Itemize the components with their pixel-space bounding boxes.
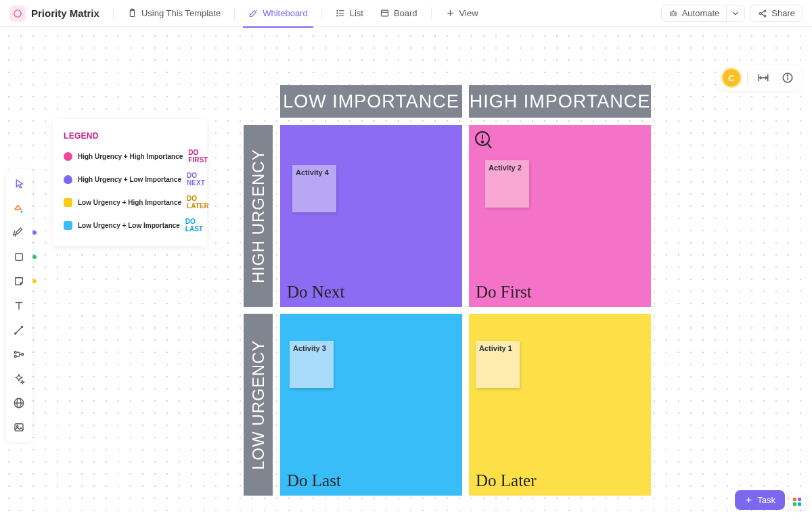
svg-point-0 <box>14 9 22 17</box>
tab-whiteboard[interactable]: Whiteboard <box>243 0 313 27</box>
divider <box>113 7 114 20</box>
svg-rect-32 <box>15 424 23 431</box>
top-bar: Priority Matrix Using This Template Whit… <box>0 0 812 27</box>
legend-label: Low Urgency + High Importance <box>78 199 181 206</box>
apps-button[interactable] <box>789 494 805 510</box>
legend-tag: DO LAST <box>185 218 203 233</box>
whiteboard-canvas[interactable]: C LEGEND High Urgency + High Importance … <box>0 27 812 522</box>
tab-using-template[interactable]: Using This Template <box>122 0 226 27</box>
svg-line-21 <box>761 14 765 15</box>
add-view-label: View <box>459 8 478 18</box>
row-header-high-urgency[interactable]: HIGH URGENCY <box>244 125 273 307</box>
quadrant-label: Do Next <box>287 283 344 302</box>
clipboard-icon <box>127 8 137 18</box>
fit-width-icon <box>757 72 769 84</box>
tab-label: Board <box>394 8 418 18</box>
page-title: Priority Matrix <box>31 7 99 19</box>
quadrant-do-first[interactable]: Activity 2 Do First <box>469 125 651 307</box>
pen-tool[interactable] <box>8 222 30 243</box>
list-icon <box>336 8 346 18</box>
legend-title: LEGEND <box>64 131 196 141</box>
image-icon <box>13 421 25 433</box>
topbar-right: Automate Share <box>661 5 803 22</box>
svg-point-14 <box>671 14 672 14</box>
sparkle-shape-icon <box>13 202 25 214</box>
fit-width-button[interactable] <box>754 69 772 87</box>
image-tool[interactable] <box>8 417 30 438</box>
sticky-note-icon <box>13 275 25 287</box>
row-header-low-urgency[interactable]: LOW URGENCY <box>244 314 273 496</box>
left-toolbar <box>5 169 32 442</box>
apps-grid-icon <box>793 498 801 506</box>
automate-dropdown[interactable] <box>727 5 745 22</box>
select-tool[interactable] <box>8 173 30 195</box>
quadrant-label: Do First <box>476 283 532 302</box>
svg-point-26 <box>14 352 16 354</box>
generate-tool[interactable] <box>8 197 30 219</box>
svg-rect-22 <box>16 254 23 261</box>
svg-point-15 <box>674 14 675 14</box>
text-tool[interactable] <box>8 295 30 316</box>
sticky-note[interactable]: Activity 2 <box>485 160 529 208</box>
web-tool[interactable] <box>8 392 30 414</box>
svg-point-39 <box>787 75 788 76</box>
svg-point-27 <box>14 356 16 358</box>
share-label: Share <box>771 8 795 18</box>
divider <box>234 7 235 20</box>
ai-tool[interactable] <box>8 368 30 389</box>
tab-list[interactable]: List <box>330 0 369 27</box>
alert-icon <box>474 130 492 152</box>
svg-rect-13 <box>671 11 676 16</box>
relations-tool[interactable] <box>8 343 30 365</box>
info-button[interactable] <box>779 69 796 87</box>
svg-point-7 <box>337 13 338 14</box>
quadrant-do-later[interactable]: Activity 1 Do Later <box>469 314 651 496</box>
tab-label: List <box>350 8 363 18</box>
board-icon <box>380 8 390 18</box>
app-logo <box>9 5 26 22</box>
divider <box>431 7 432 20</box>
sticky-note[interactable]: Activity 3 <box>290 341 334 388</box>
sticky-note[interactable]: Activity 1 <box>476 341 520 388</box>
connector-tool[interactable] <box>8 319 30 341</box>
divider <box>747 71 748 85</box>
sticky-text: Activity 4 <box>296 168 329 176</box>
add-task-button[interactable]: Task <box>735 490 785 510</box>
connector-icon <box>13 324 25 336</box>
legend-row: Low Urgency + High Importance DO LATER <box>64 195 196 210</box>
svg-point-42 <box>482 141 483 143</box>
col-header-low-importance[interactable]: LOW IMPORTANCE <box>280 85 462 118</box>
svg-line-20 <box>761 11 765 13</box>
quadrant-do-next[interactable]: Activity 4 Do Next <box>280 125 462 307</box>
tab-label: Using This Template <box>141 8 221 18</box>
legend-swatch <box>64 152 72 161</box>
legend-swatch <box>64 175 72 184</box>
tab-board[interactable]: Board <box>374 0 423 27</box>
tab-label: Whiteboard <box>263 8 307 18</box>
add-view-button[interactable]: View <box>440 0 484 27</box>
quadrant-do-last[interactable]: Activity 3 Do Last <box>280 314 462 496</box>
sticky-note[interactable]: Activity 4 <box>292 165 336 212</box>
svg-point-28 <box>22 354 24 356</box>
quadrant-label: Do Last <box>287 471 341 490</box>
task-button-label: Task <box>757 495 775 505</box>
share-button[interactable]: Share <box>750 5 803 22</box>
legend-card[interactable]: LEGEND High Urgency + High Importance DO… <box>53 119 207 246</box>
globe-icon <box>13 397 25 409</box>
col-header-high-importance[interactable]: HIGH IMPORTANCE <box>469 85 651 118</box>
legend-label: High Urgency + High Importance <box>78 153 183 160</box>
sticky-text: Activity 1 <box>479 344 512 352</box>
avatar[interactable]: C <box>723 69 740 87</box>
shape-tool[interactable] <box>8 246 30 268</box>
plus-icon <box>744 496 753 504</box>
sparkles-icon <box>13 373 25 385</box>
automate-button[interactable]: Automate <box>661 5 727 22</box>
color-dot <box>32 231 37 235</box>
share-icon <box>758 9 767 18</box>
sticky-text: Activity 2 <box>489 164 522 172</box>
legend-swatch <box>64 198 72 207</box>
divider <box>321 7 322 20</box>
svg-rect-9 <box>381 10 388 16</box>
nodes-icon <box>13 348 25 360</box>
sticky-tool[interactable] <box>8 270 30 292</box>
